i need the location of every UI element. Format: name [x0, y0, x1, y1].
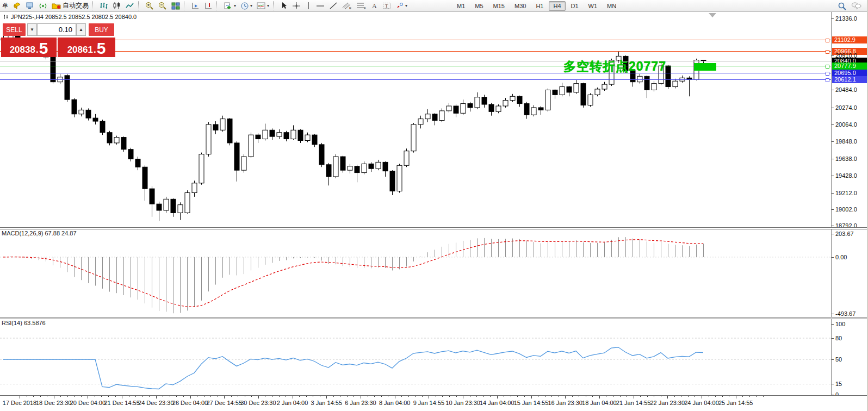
support-line[interactable]: [0, 73, 831, 73]
time-tick-minor: [347, 396, 348, 397]
time-axis[interactable]: 17 Dec 201818 Dec 23:3020 Dec 04:0021 De…: [0, 395, 868, 411]
crosshair-icon[interactable]: [290, 1, 303, 11]
support-line-handle[interactable]: [826, 78, 829, 82]
time-tick-minor: [681, 396, 681, 397]
rsi-pane[interactable]: [0, 319, 831, 395]
indicator-tick: [832, 314, 834, 314]
time-label: 26 Dec 04:00: [172, 400, 208, 406]
line-chart-icon[interactable]: [123, 1, 137, 11]
resistance-line[interactable]: [0, 40, 831, 40]
timeframe-button-m15[interactable]: M15: [489, 1, 509, 11]
sell-price-display[interactable]: 20838 . 5: [1, 38, 57, 57]
timeframe-button-mn[interactable]: MN: [603, 1, 621, 11]
price-axis[interactable]: 21102.920966.820840.020777.920695.020612…: [831, 11, 868, 395]
time-tick-minor: [538, 396, 538, 397]
volume-decrease-button[interactable]: ▼: [27, 23, 37, 36]
arrows-icon[interactable]: ▾: [393, 1, 410, 11]
time-label: 21 Jan 14:55: [616, 400, 651, 406]
highlight-zone-box[interactable]: [694, 63, 716, 71]
dropdown-caret-icon[interactable]: ▾: [234, 3, 236, 8]
time-label: 2 Jan 04:00: [277, 400, 308, 406]
time-tick-minor: [279, 396, 280, 397]
dropdown-caret-icon[interactable]: ▾: [250, 3, 252, 8]
indicator-tick-label: 15: [835, 381, 842, 387]
new-chart-icon[interactable]: ▾: [221, 1, 238, 11]
time-tick-minor: [129, 396, 129, 397]
time-tick-minor: [149, 396, 150, 397]
pivot-line-handle[interactable]: [826, 65, 829, 68]
channel-icon[interactable]: E: [340, 1, 354, 11]
autotrading-button[interactable]: 自动交易: [49, 1, 91, 11]
timeframe-button-h4[interactable]: H4: [549, 1, 565, 11]
time-label: 24 Jan 04:00: [684, 400, 719, 406]
dropdown-caret-icon[interactable]: ▾: [267, 3, 269, 8]
cursor-icon[interactable]: [278, 1, 290, 11]
resistance-line[interactable]: [0, 51, 831, 52]
price-tick-label: 19848.0: [835, 138, 857, 145]
main-chart-pane[interactable]: [0, 11, 831, 227]
candlestick-chart-icon[interactable]: [110, 1, 123, 11]
vertical-line-icon[interactable]: [303, 1, 314, 11]
fibonacci-icon[interactable]: F: [354, 1, 368, 11]
new-order-icon[interactable]: 单: [0, 1, 10, 11]
chat-icon[interactable]: [849, 1, 864, 11]
auto-scroll-icon[interactable]: [189, 1, 202, 11]
volume-increase-button[interactable]: ▲: [76, 23, 86, 36]
trendline-icon[interactable]: [327, 1, 340, 11]
text-icon[interactable]: A: [368, 1, 380, 11]
timeframe-button-m30[interactable]: M30: [510, 1, 530, 11]
resistance-line-handle[interactable]: [826, 50, 829, 54]
support-line-handle[interactable]: [826, 72, 829, 76]
time-label: 14 Jan 04:00: [480, 400, 514, 406]
tile-windows-icon[interactable]: [169, 1, 182, 11]
time-tick-minor: [265, 396, 265, 397]
rsi-pane-divider[interactable]: [0, 317, 868, 319]
time-tick-minor: [238, 396, 238, 397]
time-tick-minor: [251, 396, 252, 397]
buy-button[interactable]: BUY: [89, 23, 114, 36]
template-icon[interactable]: ▾: [255, 1, 271, 11]
time-tick-minor: [592, 396, 593, 397]
sell-button[interactable]: SELL: [3, 23, 26, 36]
time-tick-minor: [115, 396, 116, 397]
toolbar-separator: [273, 1, 276, 10]
pivot-annotation-text[interactable]: 多空转折点20777: [563, 58, 666, 75]
text-label-icon[interactable]: T: [380, 1, 393, 11]
time-label: 21 Dec 14:55: [104, 400, 139, 406]
macd-pane[interactable]: [0, 229, 831, 317]
svg-text:E: E: [349, 7, 351, 10]
dropdown-caret-icon[interactable]: ▾: [405, 3, 407, 8]
time-tick-minor: [27, 396, 27, 397]
chart-shift-icon[interactable]: [202, 1, 215, 11]
time-tick-minor: [170, 396, 170, 397]
timeframe-button-m5[interactable]: M5: [470, 1, 487, 11]
support-line[interactable]: [0, 79, 831, 80]
time-tick-minor: [313, 396, 313, 397]
chart-shift-marker[interactable]: [709, 13, 716, 17]
signals-icon[interactable]: [36, 1, 49, 11]
price-tick: [832, 90, 834, 90]
market-watch-icon[interactable]: [10, 1, 23, 11]
volume-input[interactable]: 0.10: [37, 23, 76, 36]
time-tick-minor: [74, 396, 75, 397]
zoom-out-icon[interactable]: [156, 1, 169, 11]
time-tick-minor: [245, 396, 245, 397]
current-price-line[interactable]: [0, 61, 831, 61]
periods-icon[interactable]: ▾: [238, 1, 255, 11]
zoom-in-icon[interactable]: [143, 1, 156, 11]
resistance-line-handle[interactable]: [826, 39, 829, 42]
horizontal-line-icon[interactable]: [314, 1, 327, 11]
search-icon[interactable]: [835, 1, 849, 11]
time-tick-major: [463, 396, 463, 398]
time-tick-minor: [340, 396, 340, 397]
trade-panel-row: SELL ▼ 0.10 ▲ BUY: [1, 23, 115, 36]
time-tick-major: [88, 396, 88, 398]
macd-pane-divider[interactable]: [0, 227, 868, 229]
timeframe-button-m1[interactable]: M1: [452, 1, 469, 11]
timeframe-button-h1[interactable]: H1: [531, 1, 548, 11]
profile-icon[interactable]: [23, 1, 36, 11]
timeframe-button-d1[interactable]: D1: [567, 1, 583, 11]
timeframe-button-w1[interactable]: W1: [584, 1, 602, 11]
buy-price-display[interactable]: 20861 . 5: [58, 38, 115, 57]
bar-chart-icon[interactable]: [97, 1, 110, 11]
